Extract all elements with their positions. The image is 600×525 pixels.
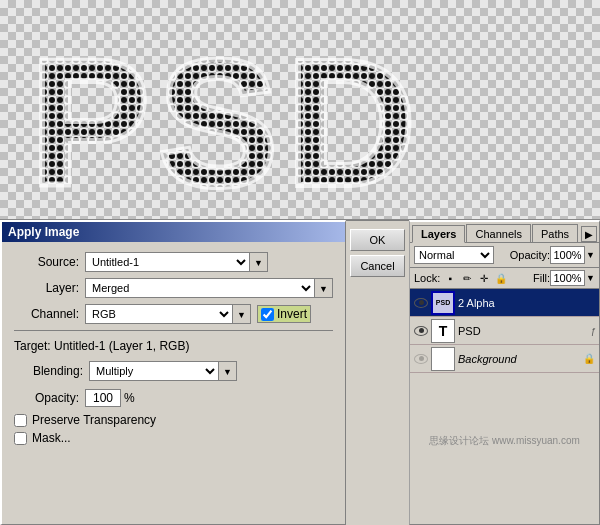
layer-row: Layer: Merged ▼	[14, 278, 333, 298]
mask-row: Mask...	[14, 431, 333, 445]
source-row: Source: Untitled-1 ▼	[14, 252, 333, 272]
tab-paths[interactable]: Paths	[532, 224, 578, 242]
target-value: Untitled-1 (Layer 1, RGB)	[54, 339, 189, 353]
blend-opacity-row: Normal Opacity: ▼	[410, 243, 599, 268]
blending-dropdown-arrow[interactable]: ▼	[219, 361, 237, 381]
fill-label: Fill:	[533, 272, 550, 284]
layer-visibility-alpha[interactable]	[413, 295, 429, 311]
lock-label: Lock:	[414, 272, 440, 284]
layer-item-background[interactable]: Background 🔒	[410, 345, 599, 373]
lock-fill-row: Lock: ▪ ✏ ✛ 🔒 Fill: ▼	[410, 268, 599, 289]
eye-icon-alpha	[414, 298, 428, 308]
layer-fx-psd: ƒ	[591, 326, 596, 336]
invert-checkbox[interactable]	[261, 308, 274, 321]
layer-select[interactable]: Merged	[85, 278, 315, 298]
layer-thumb-alpha: PSD	[431, 291, 455, 315]
lock-icons: ▪ ✏ ✛ 🔒	[443, 271, 508, 285]
channel-dropdown-arrow[interactable]: ▼	[233, 304, 251, 324]
channel-select[interactable]: RGB	[85, 304, 233, 324]
tab-layers[interactable]: Layers	[412, 225, 465, 243]
lock-pixels-icon[interactable]: ✏	[460, 271, 474, 285]
svg-text:PSD: PSD	[30, 22, 424, 219]
layer-opacity-input[interactable]	[550, 246, 585, 264]
channel-label: Channel:	[14, 307, 79, 321]
opacity-unit: %	[124, 391, 135, 405]
dialog-buttons: OK Cancel	[346, 220, 409, 525]
layer-dropdown-arrow[interactable]: ▼	[315, 278, 333, 298]
eye-icon-bg	[414, 354, 428, 364]
layer-name-alpha: 2 Alpha	[458, 297, 596, 309]
layer-visibility-psd[interactable]	[413, 323, 429, 339]
apply-image-dialog: Apply Image Source: Untitled-1 ▼ Layer: …	[0, 220, 346, 525]
layers-footer: 思缘设计论坛 www.missyuan.com	[410, 373, 599, 453]
watermark-text: 思缘设计论坛 www.missyuan.com	[429, 434, 580, 448]
layers-panel: Layers Channels Paths ▶ Normal Opacity: …	[409, 220, 600, 525]
layer-label: Layer:	[14, 281, 79, 295]
layer-item-alpha[interactable]: PSD 2 Alpha	[410, 289, 599, 317]
target-row: Target: Untitled-1 (Layer 1, RGB)	[14, 339, 333, 353]
mask-checkbox[interactable]	[14, 432, 27, 445]
layer-thumb-psd: T	[431, 319, 455, 343]
target-label: Target:	[14, 339, 51, 353]
layer-item-psd[interactable]: T PSD ƒ	[410, 317, 599, 345]
eye-icon-psd	[414, 326, 428, 336]
preserve-label: Preserve Transparency	[32, 413, 156, 427]
layer-name-psd: PSD	[458, 325, 591, 337]
cancel-button[interactable]: Cancel	[350, 255, 405, 277]
layer-lock-icon: 🔒	[582, 352, 596, 366]
lock-position-icon[interactable]: ✛	[477, 271, 491, 285]
layer-thumb-bg	[431, 347, 455, 371]
fill-input[interactable]	[550, 270, 585, 286]
lock-all-icon[interactable]: 🔒	[494, 271, 508, 285]
channel-row: Channel: RGB ▼ Invert	[14, 304, 333, 324]
lock-transparent-icon[interactable]: ▪	[443, 271, 457, 285]
blending-label: Blending:	[18, 364, 83, 378]
fill-arrow[interactable]: ▼	[586, 273, 595, 283]
mask-label: Mask...	[32, 431, 71, 445]
layer-visibility-bg[interactable]	[413, 351, 429, 367]
blend-mode-select[interactable]: Normal	[414, 246, 494, 264]
preserve-checkbox[interactable]	[14, 414, 27, 427]
source-dropdown-arrow[interactable]: ▼	[250, 252, 268, 272]
tab-channels[interactable]: Channels	[466, 224, 530, 242]
opacity-row: Opacity: 100 %	[14, 389, 333, 407]
source-select[interactable]: Untitled-1	[85, 252, 250, 272]
dialog-title-text: Apply Image	[8, 225, 79, 239]
layers-options-button[interactable]: ▶	[581, 226, 597, 242]
opacity-label: Opacity:	[14, 391, 79, 405]
invert-label: Invert	[277, 307, 307, 321]
opacity-control: Opacity: ▼	[510, 246, 595, 264]
blending-row: Blending: Multiply ▼	[14, 359, 333, 383]
layer-name-bg: Background	[458, 353, 582, 365]
fill-control: Fill: ▼	[533, 270, 595, 286]
preserve-row: Preserve Transparency	[14, 413, 333, 427]
layers-tabs: Layers Channels Paths ▶	[410, 222, 599, 243]
opacity-arrow[interactable]: ▼	[586, 250, 595, 260]
blending-select[interactable]: Multiply	[89, 361, 219, 381]
invert-wrapper[interactable]: Invert	[257, 305, 311, 323]
opacity-input[interactable]: 100	[85, 389, 121, 407]
dialog-title-bar[interactable]: Apply Image	[2, 222, 345, 242]
canvas-area: PSD PSD	[0, 0, 600, 220]
opacity-label-layers: Opacity:	[510, 249, 550, 261]
ok-button[interactable]: OK	[350, 229, 405, 251]
source-label: Source:	[14, 255, 79, 269]
